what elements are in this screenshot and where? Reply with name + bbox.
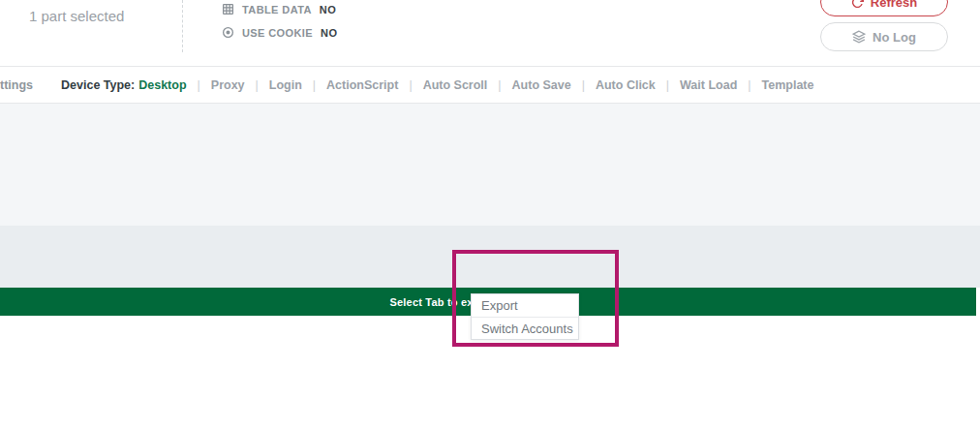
toolbar-separator: | — [409, 78, 412, 92]
device-type-value: Desktop — [138, 78, 186, 92]
target-icon — [222, 26, 234, 39]
top-status-section: 1 part selected TABLE DATA NO USE COOKIE… — [0, 0, 980, 67]
no-log-button[interactable]: No Log — [820, 22, 948, 51]
selection-status: 1 part selected — [29, 8, 124, 24]
toolbar-separator: | — [198, 78, 200, 92]
toolbar-item-proxy[interactable]: Proxy — [211, 78, 245, 92]
layers-icon — [852, 30, 866, 44]
toolbar-item-auto-save[interactable]: Auto Save — [512, 78, 571, 92]
refresh-button[interactable]: Refresh — [820, 0, 948, 16]
toolbar-item-settings[interactable]: ttings — [0, 78, 33, 92]
toolbar-item-login[interactable]: Login — [269, 78, 302, 92]
toolbar-item-auto-scroll[interactable]: Auto Scroll — [423, 78, 488, 92]
settings-toolbar: ttings Device Type:Desktop | Proxy | Log… — [0, 68, 980, 104]
table-data-row: TABLE DATA NO — [222, 3, 336, 15]
scraper-export-page: 1 part selected TABLE DATA NO USE COOKIE… — [0, 0, 980, 429]
search-section — [0, 226, 980, 288]
use-cookie-row: USE COOKIE NO — [222, 26, 337, 39]
table-data-label: TABLE DATA — [242, 4, 312, 15]
toolbar-separator: | — [498, 78, 501, 92]
vertical-divider — [182, 0, 183, 52]
device-type-label: Device Type: — [61, 78, 135, 92]
toolbar-separator: | — [748, 78, 750, 92]
no-log-label: No Log — [873, 30, 916, 45]
toolbar-item-auto-click[interactable]: Auto Click — [596, 78, 656, 92]
toolbar-separator: | — [256, 78, 259, 92]
table-data-value: NO — [320, 4, 336, 15]
menu-item-switch-accounts[interactable]: Switch Accounts — [472, 317, 578, 339]
toolbar-separator: | — [582, 78, 585, 92]
table-icon — [222, 3, 234, 15]
sheets-dropdown-menu: Export Switch Accounts — [471, 293, 579, 340]
refresh-label: Refresh — [871, 0, 917, 10]
toolbar-item-template[interactable]: Template — [762, 78, 814, 92]
toolbar-separator: | — [666, 78, 669, 92]
use-cookie-value: NO — [321, 27, 337, 39]
toolbar-item-actionscript[interactable]: ActionScript — [326, 78, 398, 92]
menu-item-export[interactable]: Export — [472, 294, 578, 317]
toolbar-item-wait-load[interactable]: Wait Load — [680, 78, 737, 92]
toolbar-separator: | — [313, 78, 316, 92]
export-options-section: DOWNLOAD ✓ DATA ALIGNMENT HYPERLINK ✓ CO… — [0, 104, 980, 226]
refresh-icon — [851, 0, 864, 9]
toolbar-item-device-type[interactable]: Device Type:Desktop — [61, 78, 187, 92]
use-cookie-label: USE COOKIE — [242, 27, 313, 39]
